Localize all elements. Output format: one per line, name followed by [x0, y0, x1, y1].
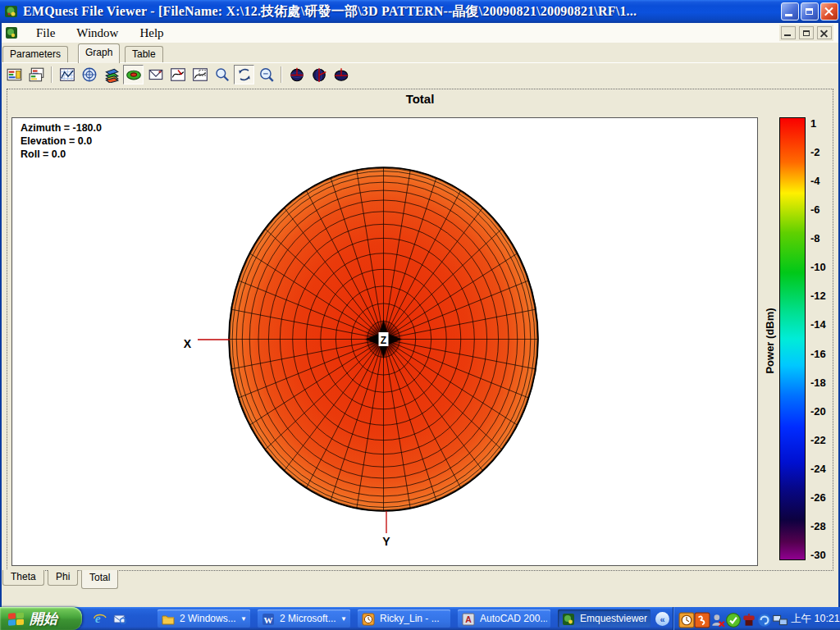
minimize-button[interactable] — [781, 2, 799, 21]
toolbar-data-table-icon[interactable] — [4, 65, 25, 84]
colorbar-tick: -8 — [810, 232, 820, 245]
colorbar-tick: -18 — [810, 377, 826, 390]
colorbar-tick: -6 — [810, 203, 820, 217]
colorbar-tick: -22 — [810, 434, 826, 447]
taskbar-button-label: 2 Windows... — [180, 613, 238, 624]
svg-text:A: A — [465, 614, 472, 624]
toolbar-sphere-view-z-icon[interactable] — [331, 65, 351, 84]
taskbar-button-label: AutoCAD 200... — [480, 613, 547, 624]
close-button[interactable] — [820, 2, 838, 21]
colorbar-tick: -20 — [810, 405, 826, 418]
dropdown-arrow-icon[interactable]: ▼ — [240, 615, 247, 623]
tab-table[interactable]: Table — [125, 46, 163, 62]
annotation-line: Azimuth = -180.0 — [21, 121, 102, 135]
bottom-tab-theta[interactable]: Theta — [2, 570, 44, 586]
document-app-icon — [5, 26, 19, 40]
toolbar-donut-3d-icon[interactable] — [123, 65, 144, 84]
taskbar-button-2-microsoft-[interactable]: W2 Microsoft...▼ — [258, 609, 350, 628]
menu-file[interactable]: File — [25, 25, 66, 42]
taskbar-button-label: Ricky_Lin - ... — [380, 613, 447, 624]
folder-icon — [161, 611, 176, 626]
colorbar-tick: -16 — [810, 348, 826, 361]
colorbar-tick: -30 — [810, 549, 826, 562]
taskbar-button-emquestviewer[interactable]: Emquestviewer — [558, 609, 651, 628]
toolbar-sphere-view-x-icon[interactable] — [286, 65, 307, 84]
annotation-line: Roll = 0.0 — [21, 148, 102, 161]
taskbar-chevron-icon[interactable]: « — [655, 612, 669, 626]
colorbar-tick: -24 — [810, 463, 826, 476]
tray-offline-user-icon[interactable] — [710, 612, 724, 626]
clock-app-icon — [361, 611, 376, 626]
menu-help[interactable]: Help — [129, 25, 174, 42]
toolbar-rotate-3d-icon[interactable] — [234, 65, 254, 84]
toolbar-data-table-copy-icon[interactable] — [26, 65, 47, 84]
taskbar-button-autocad-200-[interactable]: AAutoCAD 200... — [458, 609, 550, 628]
menu-items: FileWindowHelp — [25, 25, 175, 42]
taskbar-button-label: Emquestviewer — [580, 613, 647, 624]
ie-icon[interactable]: e — [92, 610, 108, 627]
mdi-close-button[interactable] — [817, 26, 832, 39]
taskbar-button-ricky-lin-[interactable]: Ricky_Lin - ... — [358, 609, 450, 628]
z-axis-label: Z — [381, 335, 386, 346]
tray-clock-icon[interactable] — [678, 612, 692, 626]
toolbar-curve-marker-icon[interactable] — [167, 65, 188, 84]
toolbar-zoom-window-icon[interactable] — [256, 65, 276, 84]
toolbar-curve-region-icon[interactable] — [189, 65, 210, 84]
pattern-plot-area[interactable]: X Y Z Azimuth = -180.0Elevation = 0.0Rol… — [11, 117, 758, 566]
tray-green-check-icon[interactable] — [725, 612, 739, 626]
colorbar-tick: -14 — [810, 318, 826, 331]
start-button[interactable]: 開始 — [0, 607, 82, 630]
top-tab-strip: ParametersGraphTable — [0, 43, 840, 62]
menu-bar: FileWindowHelp — [2, 23, 838, 43]
colorbar-tick: -26 — [810, 491, 826, 504]
taskbar-button-label: 2 Microsoft... — [280, 613, 338, 624]
tray-blue-swirl-icon[interactable] — [756, 612, 770, 626]
graph-title: Total — [0, 92, 840, 106]
tray-red-app-icon[interactable] — [741, 612, 755, 626]
mdi-controls — [779, 25, 833, 41]
window-title: EMQuest File Viewer - [FileName: X:\12.技… — [23, 3, 728, 21]
toolbar — [0, 62, 840, 85]
toolbar-sphere-view-y-icon[interactable] — [308, 65, 329, 84]
svg-text:W: W — [264, 615, 273, 625]
tray-ime-icon[interactable] — [694, 612, 708, 626]
view-annotations: Azimuth = -180.0Elevation = 0.0Roll = 0.… — [21, 121, 102, 161]
colorbar-ticks: 1-2-4-6-8-10-12-14-16-18-20-22-24-26-28-… — [810, 117, 840, 560]
title-bar: EMQuest File Viewer - [FileName: X:\12.技… — [0, 0, 840, 23]
colorbar-tick: -28 — [810, 520, 826, 533]
tray-icons — [677, 612, 786, 626]
window-left-edge — [0, 23, 2, 607]
mdi-restore-button[interactable] — [799, 26, 814, 39]
y-axis-label: Y — [382, 535, 390, 548]
colorbar-tick: 1 — [810, 117, 816, 130]
pattern-plot-svg[interactable]: X Y Z — [12, 118, 757, 565]
colorbar-tick: -4 — [810, 175, 820, 188]
app-icon — [4, 4, 19, 19]
bottom-tab-total[interactable]: Total — [81, 570, 118, 589]
tab-parameters[interactable]: Parameters — [2, 46, 68, 62]
bottom-tab-phi[interactable]: Phi — [48, 570, 78, 586]
mail-icon[interactable] — [112, 610, 128, 627]
start-label: 開始 — [30, 609, 57, 628]
toolbar-surface-3d-icon[interactable] — [101, 65, 121, 84]
colorbar-tick: -12 — [810, 290, 826, 303]
annotation-line: Elevation = 0.0 — [21, 135, 102, 148]
x-axis-label: X — [184, 337, 192, 350]
tab-graph[interactable]: Graph — [78, 43, 120, 63]
svg-text:e: e — [95, 612, 101, 625]
taskbar: 開始 e 2 Windows...▼W2 Microsoft...▼Ricky_… — [0, 607, 840, 630]
colorbar — [779, 117, 806, 560]
toolbar-line-graph-icon[interactable] — [57, 65, 77, 84]
emquest-icon — [561, 611, 576, 626]
tray-network-icon[interactable] — [772, 612, 786, 626]
dropdown-arrow-icon[interactable]: ▼ — [340, 615, 347, 623]
colorbar-tick: -2 — [810, 146, 820, 159]
restore-button[interactable] — [801, 2, 819, 21]
toolbar-polar-plot-icon[interactable] — [79, 65, 99, 84]
menu-window[interactable]: Window — [66, 25, 129, 42]
mdi-minimize-button[interactable] — [781, 26, 796, 39]
taskbar-button-2-windows-[interactable]: 2 Windows...▼ — [158, 609, 250, 628]
toolbar-zoom-icon[interactable] — [212, 65, 232, 84]
tray-clock: 上午 10:21 — [791, 612, 840, 626]
toolbar-envelope-plot-icon[interactable] — [145, 65, 166, 84]
